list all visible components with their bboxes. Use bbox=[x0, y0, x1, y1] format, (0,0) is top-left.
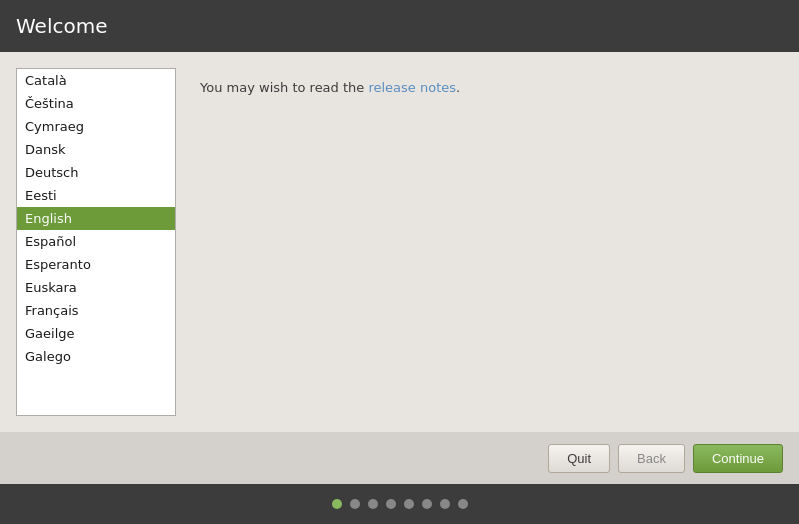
dots-bar bbox=[0, 484, 799, 524]
back-button[interactable]: Back bbox=[618, 444, 685, 473]
title-bar: Welcome bbox=[0, 0, 799, 52]
pagination-dot[interactable] bbox=[440, 499, 450, 509]
language-list[interactable]: CatalàČeštinaCymraegDanskDeutschEestiEng… bbox=[17, 69, 175, 415]
window-title: Welcome bbox=[16, 14, 107, 38]
pagination-dot[interactable] bbox=[332, 499, 342, 509]
pagination-dot[interactable] bbox=[350, 499, 360, 509]
language-item[interactable]: Français bbox=[17, 299, 175, 322]
language-list-container: CatalàČeštinaCymraegDanskDeutschEestiEng… bbox=[16, 68, 176, 416]
right-panel: You may wish to read the release notes. bbox=[192, 68, 783, 416]
release-notes-after: . bbox=[456, 80, 460, 95]
language-item[interactable]: Čeština bbox=[17, 92, 175, 115]
language-item[interactable]: Esperanto bbox=[17, 253, 175, 276]
release-notes-link[interactable]: release notes bbox=[368, 80, 456, 95]
pagination-dot[interactable] bbox=[422, 499, 432, 509]
pagination-dot[interactable] bbox=[368, 499, 378, 509]
language-item[interactable]: English bbox=[17, 207, 175, 230]
pagination-dot[interactable] bbox=[404, 499, 414, 509]
quit-button[interactable]: Quit bbox=[548, 444, 610, 473]
language-item[interactable]: Galego bbox=[17, 345, 175, 368]
main-content: CatalàČeštinaCymraegDanskDeutschEestiEng… bbox=[0, 52, 799, 432]
language-item[interactable]: Cymraeg bbox=[17, 115, 175, 138]
release-notes-text: You may wish to read the release notes. bbox=[200, 80, 775, 95]
continue-button[interactable]: Continue bbox=[693, 444, 783, 473]
language-item[interactable]: Deutsch bbox=[17, 161, 175, 184]
language-item[interactable]: Euskara bbox=[17, 276, 175, 299]
pagination-dot[interactable] bbox=[386, 499, 396, 509]
release-notes-before: You may wish to read the bbox=[200, 80, 368, 95]
language-item[interactable]: Català bbox=[17, 69, 175, 92]
language-item[interactable]: Gaeilge bbox=[17, 322, 175, 345]
language-item[interactable]: Español bbox=[17, 230, 175, 253]
button-bar: Quit Back Continue bbox=[0, 432, 799, 484]
language-item[interactable]: Dansk bbox=[17, 138, 175, 161]
language-item[interactable]: Eesti bbox=[17, 184, 175, 207]
pagination-dot[interactable] bbox=[458, 499, 468, 509]
